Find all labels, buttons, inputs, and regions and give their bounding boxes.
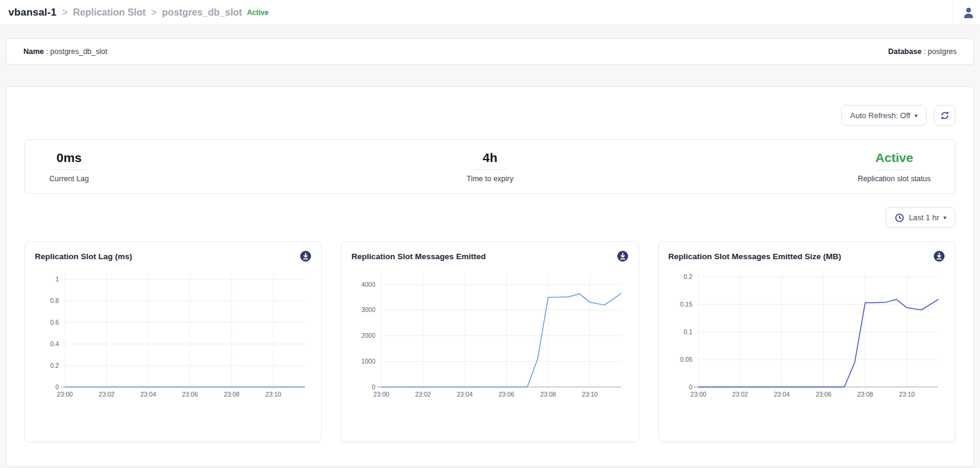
svg-text:23:02: 23:02 bbox=[416, 391, 431, 398]
breadcrumb-root[interactable]: vbansal-1 bbox=[8, 7, 56, 19]
slot-name-value: postgres_db_slot bbox=[50, 47, 107, 56]
svg-text:0.8: 0.8 bbox=[50, 297, 59, 304]
stat-time-to-expiry: 4h Time to expiry bbox=[343, 151, 637, 183]
svg-text:0.05: 0.05 bbox=[680, 356, 692, 363]
breadcrumb-item[interactable]: postgres_db_slot bbox=[162, 7, 242, 18]
svg-text:0: 0 bbox=[689, 383, 692, 391]
time-range-row: Last 1 hr ▾ bbox=[25, 207, 955, 228]
svg-text:4000: 4000 bbox=[361, 281, 376, 288]
svg-text:23:02: 23:02 bbox=[732, 391, 748, 398]
time-to-expiry-value: 4h bbox=[467, 151, 513, 165]
svg-text:23:06: 23:06 bbox=[499, 391, 515, 398]
svg-text:23:10: 23:10 bbox=[265, 391, 281, 398]
top-bar: vbansal-1 > Replication Slot > postgres_… bbox=[0, 0, 980, 25]
breadcrumb-separator-icon: > bbox=[151, 7, 156, 18]
replication-status-value: Active bbox=[858, 151, 931, 165]
slot-name-separator: : bbox=[46, 47, 48, 56]
status-badge: Active bbox=[247, 8, 268, 17]
svg-text:23:06: 23:06 bbox=[815, 391, 831, 398]
svg-text:0.1: 0.1 bbox=[683, 328, 692, 335]
slot-database: Database : postgres bbox=[888, 47, 957, 56]
svg-text:23:00: 23:00 bbox=[374, 391, 389, 398]
chart-title: Replication Slot Messages Emitted Size (… bbox=[668, 252, 841, 261]
svg-text:23:00: 23:00 bbox=[691, 391, 706, 398]
svg-text:0.4: 0.4 bbox=[50, 340, 59, 347]
download-icon[interactable] bbox=[617, 250, 629, 262]
chevron-down-icon: ▾ bbox=[915, 112, 918, 119]
svg-text:23:04: 23:04 bbox=[773, 391, 789, 398]
chart-title: Replication Slot Messages Emitted bbox=[351, 252, 486, 261]
breadcrumb-separator-icon: > bbox=[62, 7, 67, 18]
slot-info-bar: Name : postgres_db_slot Database : postg… bbox=[6, 38, 974, 65]
replication-status-label: Replication slot status bbox=[858, 175, 931, 183]
topbar-divider bbox=[953, 0, 954, 25]
svg-text:23:02: 23:02 bbox=[98, 391, 114, 398]
download-icon[interactable] bbox=[933, 250, 945, 262]
time-range-dropdown[interactable]: Last 1 hr ▾ bbox=[886, 207, 955, 228]
line-chart-lag: 00.20.40.60.8123:0023:0223:0423:0623:082… bbox=[35, 267, 312, 406]
summary-stats-bar: 0ms Current Lag 4h Time to expiry Active… bbox=[25, 139, 955, 194]
svg-text:2000: 2000 bbox=[361, 332, 376, 339]
slot-database-label: Database bbox=[888, 47, 922, 56]
current-lag-label: Current Lag bbox=[49, 175, 89, 183]
chart-card-lag: Replication Slot Lag (ms) 00.20.40.60.81… bbox=[25, 241, 322, 442]
stat-divider bbox=[878, 169, 910, 170]
svg-text:23:08: 23:08 bbox=[224, 391, 240, 398]
svg-text:0: 0 bbox=[55, 383, 59, 391]
svg-text:0.2: 0.2 bbox=[50, 362, 59, 369]
chevron-down-icon: ▾ bbox=[943, 214, 946, 221]
svg-text:0.2: 0.2 bbox=[683, 273, 692, 280]
user-icon[interactable] bbox=[962, 6, 975, 19]
stat-current-lag: 0ms Current Lag bbox=[49, 151, 343, 183]
metrics-panel: Auto Refresh: Off ▾ 0ms Current Lag 4h bbox=[6, 86, 974, 467]
slot-name-label: Name bbox=[23, 47, 44, 56]
time-range-label: Last 1 hr bbox=[909, 213, 939, 222]
breadcrumb-section[interactable]: Replication Slot bbox=[73, 7, 146, 18]
svg-text:0.15: 0.15 bbox=[680, 301, 692, 308]
current-lag-value: 0ms bbox=[49, 151, 89, 165]
svg-text:23:04: 23:04 bbox=[141, 391, 156, 398]
slot-name: Name : postgres_db_slot bbox=[23, 47, 107, 56]
svg-text:1000: 1000 bbox=[361, 358, 376, 365]
time-to-expiry-label: Time to expiry bbox=[467, 175, 513, 183]
svg-text:23:10: 23:10 bbox=[899, 391, 915, 398]
chart-card-messages-size: Replication Slot Messages Emitted Size (… bbox=[658, 241, 955, 442]
refresh-button[interactable] bbox=[934, 105, 955, 126]
svg-text:23:08: 23:08 bbox=[857, 391, 873, 398]
toolbar: Auto Refresh: Off ▾ bbox=[25, 105, 955, 126]
svg-text:0.6: 0.6 bbox=[50, 319, 59, 326]
svg-text:0: 0 bbox=[372, 383, 375, 391]
line-chart-messages-size: 00.050.10.150.223:0023:0223:0423:0623:08… bbox=[668, 267, 945, 406]
slot-database-value: postgres bbox=[928, 47, 957, 56]
stat-divider bbox=[53, 169, 85, 170]
svg-text:1: 1 bbox=[55, 275, 59, 283]
stat-divider bbox=[474, 169, 506, 170]
svg-text:23:00: 23:00 bbox=[57, 391, 73, 398]
line-chart-messages-emitted: 0100020003000400023:0023:0223:0423:0623:… bbox=[351, 267, 628, 406]
slot-database-separator: : bbox=[924, 47, 925, 56]
svg-text:23:10: 23:10 bbox=[582, 391, 597, 398]
topbar-right bbox=[953, 0, 980, 25]
clock-icon bbox=[895, 213, 904, 223]
chart-title: Replication Slot Lag (ms) bbox=[35, 252, 132, 261]
charts-row: Replication Slot Lag (ms) 00.20.40.60.81… bbox=[25, 241, 955, 442]
svg-text:23:06: 23:06 bbox=[182, 391, 198, 398]
svg-text:3000: 3000 bbox=[361, 306, 376, 313]
auto-refresh-dropdown[interactable]: Auto Refresh: Off ▾ bbox=[841, 105, 927, 126]
svg-text:23:08: 23:08 bbox=[540, 391, 556, 398]
download-icon[interactable] bbox=[300, 250, 312, 262]
chart-card-messages-emitted: Replication Slot Messages Emitted 010002… bbox=[341, 241, 638, 442]
refresh-icon bbox=[940, 110, 950, 121]
auto-refresh-label: Auto Refresh: Off bbox=[850, 111, 910, 120]
svg-text:23:04: 23:04 bbox=[457, 391, 473, 398]
stat-replication-status: Active Replication slot status bbox=[637, 151, 931, 183]
